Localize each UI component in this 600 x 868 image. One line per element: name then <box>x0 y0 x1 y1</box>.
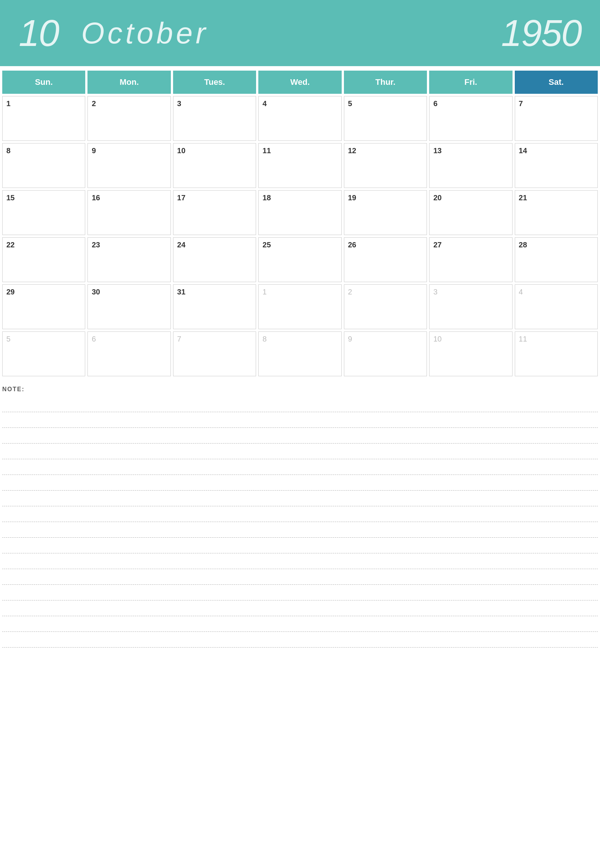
note-line <box>2 475 598 491</box>
note-line <box>2 632 598 647</box>
month-name: October <box>81 16 209 50</box>
note-line <box>2 412 598 428</box>
day-headers: Sun. Mon. Tues. Wed. Thur. Fri. Sat. <box>0 68 600 94</box>
calendar-cell: 19 <box>344 190 427 235</box>
day-header-sun: Sun. <box>2 71 85 94</box>
note-line <box>2 443 598 459</box>
calendar-cell: 16 <box>88 190 170 235</box>
note-line <box>2 428 598 443</box>
calendar-cell: 4 <box>515 284 598 329</box>
calendar-cell: 22 <box>2 237 85 282</box>
calendar-cell: 2 <box>88 96 170 141</box>
calendar-cell: 29 <box>2 284 85 329</box>
note-line <box>2 585 598 600</box>
calendar-cell: 10 <box>429 331 512 376</box>
month-number: 10 <box>19 12 59 54</box>
calendar-cell: 10 <box>173 143 256 188</box>
calendar-cell: 21 <box>515 190 598 235</box>
calendar-cell: 24 <box>173 237 256 282</box>
calendar-cell: 30 <box>88 284 170 329</box>
calendar-cell: 1 <box>2 96 85 141</box>
calendar-cell: 5 <box>2 331 85 376</box>
day-header-fri: Fri. <box>429 71 512 94</box>
calendar-cell: 31 <box>173 284 256 329</box>
note-line <box>2 491 598 506</box>
calendar-cell: 15 <box>2 190 85 235</box>
note-line <box>2 396 598 412</box>
notes-section: NOTE: <box>2 386 598 647</box>
day-header-tue: Tues. <box>173 71 256 94</box>
calendar-cell: 14 <box>515 143 598 188</box>
calendar-cell: 3 <box>429 284 512 329</box>
year: 1950 <box>501 12 581 54</box>
note-line <box>2 553 598 569</box>
note-line <box>2 506 598 522</box>
calendar-cell: 9 <box>88 143 170 188</box>
note-line <box>2 522 598 538</box>
calendar-cell: 25 <box>258 237 341 282</box>
calendar-cell: 8 <box>2 143 85 188</box>
calendar-cell: 6 <box>88 331 170 376</box>
calendar-cell: 6 <box>429 96 512 141</box>
calendar-cell: 7 <box>173 331 256 376</box>
day-header-sat: Sat. <box>515 71 598 94</box>
note-line <box>2 600 598 616</box>
notes-label: NOTE: <box>2 386 598 393</box>
calendar-cell: 20 <box>429 190 512 235</box>
calendar-header: 10 October 1950 <box>0 0 600 66</box>
note-line <box>2 538 598 553</box>
calendar-cell: 1 <box>258 284 341 329</box>
calendar-cell: 27 <box>429 237 512 282</box>
calendar-cell: 23 <box>88 237 170 282</box>
note-line <box>2 616 598 632</box>
note-line <box>2 459 598 475</box>
calendar-cell: 8 <box>258 331 341 376</box>
calendar-cell: 12 <box>344 143 427 188</box>
calendar-grid: 1234567891011121314151617181920212223242… <box>0 94 600 378</box>
calendar-cell: 2 <box>344 284 427 329</box>
day-header-thu: Thur. <box>344 71 427 94</box>
calendar-cell: 17 <box>173 190 256 235</box>
calendar-cell: 18 <box>258 190 341 235</box>
calendar-cell: 13 <box>429 143 512 188</box>
calendar-cell: 9 <box>344 331 427 376</box>
day-header-wed: Wed. <box>258 71 341 94</box>
calendar-cell: 5 <box>344 96 427 141</box>
calendar-cell: 28 <box>515 237 598 282</box>
day-header-mon: Mon. <box>88 71 170 94</box>
calendar-cell: 11 <box>258 143 341 188</box>
calendar-cell: 4 <box>258 96 341 141</box>
calendar-cell: 3 <box>173 96 256 141</box>
calendar-cell: 7 <box>515 96 598 141</box>
calendar-cell: 11 <box>515 331 598 376</box>
calendar-cell: 26 <box>344 237 427 282</box>
note-line <box>2 569 598 585</box>
